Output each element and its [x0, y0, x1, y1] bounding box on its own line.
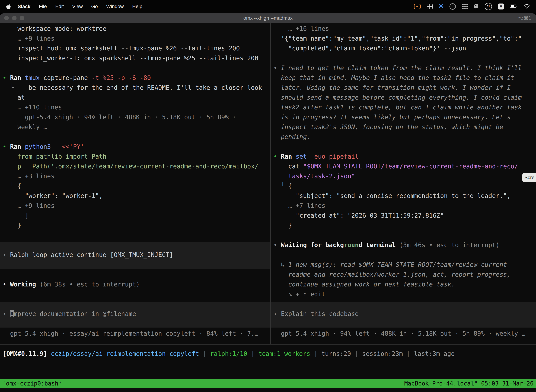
text-segment: gpt-5.4 xhigh · 94% left · 488K in · 5.1… — [273, 330, 526, 337]
text-segment: later. Using the same for transition mig… — [273, 84, 511, 91]
text-segment: tasks/task-2.json" — [273, 173, 355, 180]
text-segment: roun — [344, 242, 359, 248]
text-segment: ⌥ + ↑ edit — [273, 291, 325, 298]
gauge-icon[interactable]: 61 — [485, 3, 492, 10]
window-titlebar[interactable]: omx --xhigh --madmax ⌥⌘1 — [0, 13, 536, 23]
text-segment: at — [3, 94, 25, 101]
menu-go[interactable]: Go — [87, 4, 102, 9]
text-segment: … +16 lines — [273, 25, 329, 32]
tmux-status-bar: [omx-cczip0:bash* "MacBook-Pro-44.local"… — [0, 379, 536, 388]
terminal-line: › Explain this codebase — [273, 309, 536, 319]
terminal-line: › Improve documentation in @filename — [3, 309, 270, 319]
traffic-lights — [0, 16, 24, 20]
zoom-button[interactable] — [20, 16, 24, 20]
terminal-line: tasks/task-2.json" — [273, 171, 536, 181]
terminal-pane-left[interactable]: workspace_mode: worktree … +9 lines insp… — [0, 23, 270, 344]
text-segment: -t %25 -p -S -80 — [92, 74, 151, 81]
pane-divider[interactable] — [270, 23, 271, 344]
dots-grid-icon[interactable] — [462, 4, 468, 9]
terminal-line — [3, 230, 270, 240]
screen-recording-icon[interactable] — [414, 4, 421, 9]
text-segment: ] — [3, 212, 29, 219]
text-segment: be necessary for the end of the README. … — [29, 84, 262, 91]
terminal-line: • Ran python3 - <<'PY' — [3, 142, 270, 152]
text-segment: from pathlib import Path — [3, 153, 106, 160]
terminal-line — [3, 132, 270, 142]
menu-window[interactable]: Window — [102, 4, 128, 9]
terminal-line — [273, 319, 536, 329]
input-source-icon[interactable]: A — [498, 4, 504, 9]
terminal-line: … +110 lines — [3, 103, 270, 112]
minimize-button[interactable] — [12, 16, 17, 20]
text-segment: '{"team_name":"my-team","task_id":"1","f… — [273, 35, 522, 42]
wifi-icon[interactable] — [524, 4, 530, 9]
menu-view[interactable]: View — [68, 4, 87, 9]
terminal-line: pending. — [273, 132, 536, 142]
terminal-line: … +7 lines — [273, 201, 536, 210]
ghost-icon[interactable] — [474, 3, 479, 10]
text-segment: Waiting for backg — [281, 242, 344, 248]
terminal-line: inspect_worker-1: omx sparkshell --tmux-… — [3, 53, 270, 63]
terminal-pane-right[interactable]: … +16 lines '{"team_name":"my-team","tas… — [271, 23, 536, 344]
text-segment: "subject": "send a concise recommendatio… — [273, 192, 511, 199]
terminal-output-left: workspace_mode: worktree … +9 lines insp… — [0, 23, 270, 338]
terminal-line: keep that in mind. Maybe I also need the… — [273, 73, 536, 83]
terminal-line: } — [3, 220, 270, 230]
text-segment: • — [3, 143, 10, 150]
terminal-line: … +9 lines — [3, 201, 270, 210]
menu-app-name[interactable]: Slack — [13, 4, 35, 9]
text-segment: Ran — [10, 143, 25, 150]
blue-asterisk-icon[interactable] — [439, 4, 444, 9]
text-segment: • — [273, 242, 281, 248]
text-segment: "created_at": "2026-03-31T11:59:27.816Z" — [273, 212, 444, 219]
text-segment: | — [199, 350, 210, 357]
text-segment: Working — [10, 281, 40, 288]
text-segment: tmux — [25, 74, 43, 81]
terminal-line — [3, 319, 270, 329]
dark-orb-icon[interactable] — [450, 3, 456, 10]
battery-icon[interactable] — [510, 4, 518, 9]
text-segment: ralph:1/10 — [210, 350, 247, 357]
status-separator — [0, 344, 536, 345]
text-segment: • — [3, 74, 10, 81]
screen-tooltip: Scre — [522, 173, 536, 182]
text-segment: cat — [273, 163, 303, 170]
window-tiles-icon[interactable] — [427, 4, 433, 9]
terminal-line: └ { — [273, 181, 536, 191]
text-segment: "completed","claim_token":"claim-token"}… — [273, 45, 466, 52]
text-segment: › — [3, 310, 10, 317]
terminal-line — [3, 260, 270, 270]
text-segment: | — [310, 350, 321, 357]
terminal-line: └ { — [3, 181, 270, 191]
terminal-line — [3, 289, 270, 299]
text-segment: pending. — [273, 133, 311, 140]
terminal-line — [3, 270, 270, 280]
close-button[interactable] — [4, 16, 9, 20]
terminal-line: • Working (6m 38s • esc to interrupt) — [3, 280, 270, 289]
text-segment: { — [17, 182, 21, 190]
menu-help[interactable]: Help — [128, 4, 147, 9]
text-segment: Ran — [10, 74, 25, 81]
text-segment: p = Path('.omx/state/team/review-current… — [3, 163, 258, 170]
terminal-line: • I need to get the claim token from the… — [273, 63, 536, 73]
text-segment: { — [288, 182, 292, 190]
terminal-line: ] — [3, 210, 270, 220]
terminal-line: "completed","claim_token":"claim-token"}… — [273, 43, 536, 53]
terminal-line: gpt-5.4 xhigh · 94% left · 488K in · 5.1… — [3, 112, 270, 122]
terminal-line: at — [3, 93, 270, 103]
text-segment: capture-pane — [43, 74, 92, 81]
text-segment: • — [3, 281, 10, 288]
text-segment: } — [273, 222, 292, 229]
text-segment: "worker": "worker-1", — [3, 192, 103, 199]
text-segment: | — [247, 350, 258, 357]
text-segment: └ — [273, 182, 288, 190]
text-segment: keep that in mind. Maybe I also need the… — [273, 74, 514, 81]
menu-file[interactable]: File — [35, 4, 51, 9]
text-segment: └ — [3, 182, 17, 190]
apple-menu-icon[interactable] — [0, 4, 13, 9]
menu-edit[interactable]: Edit — [51, 4, 68, 9]
window-shortcut: ⌥⌘1 — [518, 15, 531, 21]
text-segment: … +9 lines — [3, 35, 54, 42]
text-segment: I — [10, 310, 14, 317]
text-segment: › — [3, 251, 10, 258]
